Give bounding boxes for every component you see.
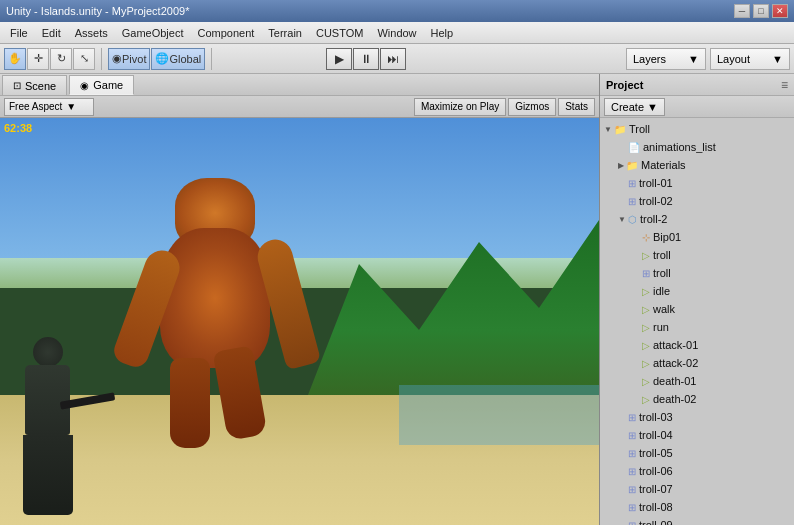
menu-terrain[interactable]: Terrain xyxy=(262,25,308,41)
aspect-dropdown[interactable]: Free Aspect ▼ xyxy=(4,98,94,116)
prefab-icon-troll-2-node: ⬡ xyxy=(628,214,637,225)
tree-item-walk[interactable]: ▷walk xyxy=(600,300,794,318)
step-button[interactable]: ⏭ xyxy=(380,48,406,70)
tab-game[interactable]: ◉ Game xyxy=(69,75,134,95)
tree-label-troll-01: troll-01 xyxy=(639,177,673,189)
tree-label-bip01: Bip01 xyxy=(653,231,681,243)
bone-icon-bip01: ⊹ xyxy=(642,232,650,243)
minimize-button[interactable]: ─ xyxy=(734,4,750,18)
hand-tool-button[interactable]: ✋ xyxy=(4,48,26,70)
anim-icon-run: ▷ xyxy=(642,322,650,333)
tree-item-materials[interactable]: ▶📁Materials xyxy=(600,156,794,174)
tree-item-bip01[interactable]: ⊹Bip01 xyxy=(600,228,794,246)
tree-item-death-01[interactable]: ▷death-01 xyxy=(600,372,794,390)
window-controls: ─ □ ✕ xyxy=(734,4,788,18)
project-menu-icon[interactable]: ≡ xyxy=(781,78,788,92)
game-toolbar: Free Aspect ▼ Maximize on Play Gizmos St… xyxy=(0,96,599,118)
viewport-coords: 62:38 xyxy=(4,122,32,134)
tree-label-troll-04: troll-04 xyxy=(639,429,673,441)
tree-item-troll-03[interactable]: ⊞troll-03 xyxy=(600,408,794,426)
coords-display: 62:38 xyxy=(4,122,32,134)
tree-item-troll-02[interactable]: ⊞troll-02 xyxy=(600,192,794,210)
window-title: Unity - Islands.unity - MyProject2009* xyxy=(6,5,189,17)
play-controls: ▶ ⏸ ⏭ xyxy=(326,48,406,70)
tab-scene[interactable]: ⊡ Scene xyxy=(2,75,67,95)
menu-window[interactable]: Window xyxy=(371,25,422,41)
rotate-tool-button[interactable]: ↻ xyxy=(50,48,72,70)
tree-item-troll-05[interactable]: ⊞troll-05 xyxy=(600,444,794,462)
layout-label: Layout xyxy=(717,53,750,65)
tree-item-animations-list[interactable]: 📄animations_list xyxy=(600,138,794,156)
tree-label-troll-root: Troll xyxy=(629,123,650,135)
tree-item-troll-08[interactable]: ⊞troll-08 xyxy=(600,498,794,516)
stats-button[interactable]: Stats xyxy=(558,98,595,116)
file-icon-animations-list: 📄 xyxy=(628,142,640,153)
game-viewport: 62:38 xyxy=(0,118,599,525)
scale-tool-button[interactable]: ⤡ xyxy=(73,48,95,70)
game-tab-icon: ◉ xyxy=(80,80,89,91)
menu-file[interactable]: File xyxy=(4,25,34,41)
toolbar-sep-2 xyxy=(211,48,212,70)
water xyxy=(399,385,599,445)
tree-item-troll-07[interactable]: ⊞troll-07 xyxy=(600,480,794,498)
tree-item-troll-anim1[interactable]: ▷troll xyxy=(600,246,794,264)
tree-item-troll-06[interactable]: ⊞troll-06 xyxy=(600,462,794,480)
menu-bar: File Edit Assets GameObject Component Te… xyxy=(0,22,794,44)
close-button[interactable]: ✕ xyxy=(772,4,788,18)
tree-label-run: run xyxy=(653,321,669,333)
gizmos-button[interactable]: Gizmos xyxy=(508,98,556,116)
tree-label-troll-anim1: troll xyxy=(653,249,671,261)
tree-arrow-troll-root: ▼ xyxy=(604,125,612,134)
menu-assets[interactable]: Assets xyxy=(69,25,114,41)
tree-item-idle[interactable]: ▷idle xyxy=(600,282,794,300)
tree-item-attack-02[interactable]: ▷attack-02 xyxy=(600,354,794,372)
game-tab-label: Game xyxy=(93,79,123,91)
tree-item-attack-01[interactable]: ▷attack-01 xyxy=(600,336,794,354)
menu-custom[interactable]: CUSTOM xyxy=(310,25,369,41)
tree-item-death-02[interactable]: ▷death-02 xyxy=(600,390,794,408)
game-right-buttons: Maximize on Play Gizmos Stats xyxy=(414,98,595,116)
menu-gameobject[interactable]: GameObject xyxy=(116,25,190,41)
folder-icon-materials: 📁 xyxy=(626,160,638,171)
anim-icon-death-02: ▷ xyxy=(642,394,650,405)
troll-leg-left xyxy=(170,358,210,448)
mesh-icon-troll-02: ⊞ xyxy=(628,196,636,207)
move-tool-button[interactable]: ✛ xyxy=(27,48,49,70)
tree-label-attack-01: attack-01 xyxy=(653,339,698,351)
tree-label-troll-05: troll-05 xyxy=(639,447,673,459)
menu-component[interactable]: Component xyxy=(191,25,260,41)
pivot-button[interactable]: ◉ Pivot xyxy=(108,48,150,70)
tree-label-troll-anim2: troll xyxy=(653,267,671,279)
troll-torso xyxy=(160,228,270,368)
global-button[interactable]: 🌐 Global xyxy=(151,48,205,70)
tree-item-troll-anim2[interactable]: ⊞troll xyxy=(600,264,794,282)
tree-item-troll-09[interactable]: ⊞troll-09 xyxy=(600,516,794,525)
transform-tools: ✋ ✛ ↻ ⤡ xyxy=(4,48,95,70)
create-button[interactable]: Create ▼ xyxy=(604,98,665,116)
menu-help[interactable]: Help xyxy=(425,25,460,41)
sky xyxy=(0,118,599,268)
soldier-head xyxy=(33,337,63,367)
layers-dropdown[interactable]: Layers ▼ xyxy=(626,48,706,70)
tree-label-idle: idle xyxy=(653,285,670,297)
layers-label: Layers xyxy=(633,53,666,65)
tree-label-attack-02: attack-02 xyxy=(653,357,698,369)
maximize-on-play-button[interactable]: Maximize on Play xyxy=(414,98,506,116)
pivot-global-group: ◉ Pivot 🌐 Global xyxy=(108,48,205,70)
project-header: Project ≡ xyxy=(600,74,794,96)
project-panel: Project ≡ Create ▼ ▼📁Troll📄animations_li… xyxy=(599,74,794,525)
title-bar: Unity - Islands.unity - MyProject2009* ─… xyxy=(0,0,794,22)
layout-dropdown[interactable]: Layout ▼ xyxy=(710,48,790,70)
file-tree: ▼📁Troll📄animations_list▶📁Materials⊞troll… xyxy=(600,118,794,525)
tree-item-troll-01[interactable]: ⊞troll-01 xyxy=(600,174,794,192)
tree-item-troll-root[interactable]: ▼📁Troll xyxy=(600,120,794,138)
menu-edit[interactable]: Edit xyxy=(36,25,67,41)
tree-item-troll-2-node[interactable]: ▼⬡troll-2 xyxy=(600,210,794,228)
play-button[interactable]: ▶ xyxy=(326,48,352,70)
maximize-button[interactable]: □ xyxy=(753,4,769,18)
tree-item-troll-04[interactable]: ⊞troll-04 xyxy=(600,426,794,444)
mesh-icon-troll-03: ⊞ xyxy=(628,412,636,423)
tree-item-run[interactable]: ▷run xyxy=(600,318,794,336)
pause-button[interactable]: ⏸ xyxy=(353,48,379,70)
anim-icon-troll-anim1: ▷ xyxy=(642,250,650,261)
